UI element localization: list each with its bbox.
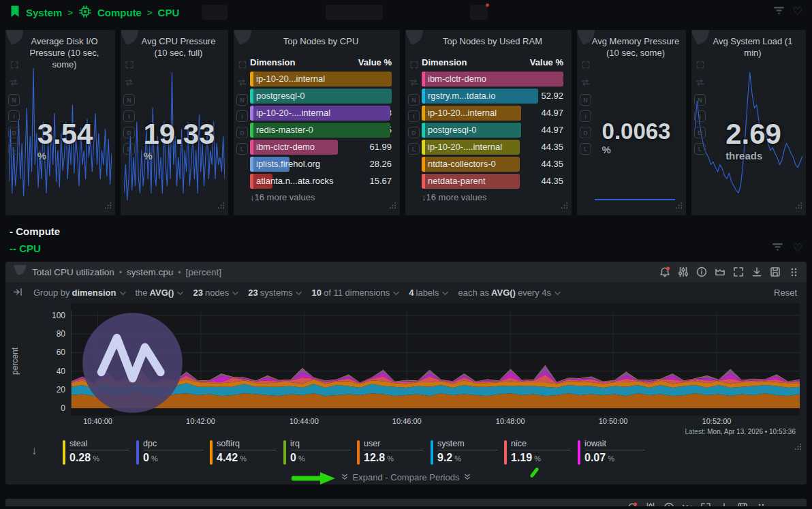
more-values-link[interactable]: ↓16 more values	[250, 192, 392, 202]
legend-item-dpc[interactable]: dpc0%	[136, 439, 210, 470]
expand-card-icon[interactable]	[696, 60, 705, 72]
save-icon[interactable]	[769, 266, 781, 278]
toolbar-dropdown[interactable]: the AVG()	[136, 288, 184, 298]
info-icon[interactable]	[663, 502, 675, 506]
chart-type-icon[interactable]	[714, 266, 726, 278]
legend-scroll-down-icon[interactable]: ↓	[31, 444, 37, 458]
info-icon[interactable]	[696, 266, 708, 278]
badge-n-icon[interactable]: N	[123, 94, 135, 106]
legend-item-steal[interactable]: steal0.28%	[63, 439, 136, 470]
table-row[interactable]: rgstry.m...tdata.io52.92	[422, 89, 563, 104]
plot-region[interactable]	[71, 303, 800, 416]
bell-icon[interactable]	[659, 266, 671, 278]
badge-l-icon[interactable]: L	[408, 143, 420, 155]
toolbar-dropdown[interactable]: 23 nodes	[193, 288, 238, 298]
badge-i-icon[interactable]: I	[694, 110, 706, 122]
card-table[interactable]: NIDLTop Nodes by CPUDimensionValue %ip-1…	[234, 30, 400, 215]
fullscreen-icon[interactable]	[700, 502, 712, 506]
card-table[interactable]: NIDLTop Nodes by Used RAMDimensionValue …	[405, 30, 572, 215]
badge-l-icon[interactable]: L	[694, 143, 706, 155]
table-row[interactable]: ip-10-20...internal44.97	[422, 106, 563, 121]
breadcrumb-cpu[interactable]: CPU	[158, 7, 180, 18]
toolbar-dropdown[interactable]: Group by dimension	[33, 288, 126, 298]
legend-item-irq[interactable]: irq0%	[283, 439, 357, 470]
badge-i-icon[interactable]: I	[408, 110, 420, 122]
legend-item-user[interactable]: user12.8%	[357, 439, 431, 470]
expand-card-icon[interactable]	[409, 60, 419, 72]
badge-d-icon[interactable]: D	[408, 127, 420, 138]
resize-handle-icon[interactable]	[794, 441, 802, 453]
fullscreen-icon[interactable]	[732, 266, 745, 278]
badge-i-icon[interactable]: I	[236, 110, 248, 122]
table-row[interactable]: postgresql-044.97	[422, 123, 563, 138]
table-row[interactable]: netdata-parent44.35	[422, 174, 563, 189]
swap-icon[interactable]	[9, 77, 19, 89]
badge-l-icon[interactable]: L	[236, 143, 248, 155]
badge-d-icon[interactable]: D	[580, 127, 591, 138]
filter-funnel-icon[interactable]	[772, 242, 783, 254]
badge-d-icon[interactable]: D	[8, 127, 20, 138]
table-row[interactable]: atlanta.n...ata.rocks15.67	[250, 174, 392, 189]
badge-l-icon[interactable]: L	[580, 143, 591, 155]
badge-n-icon[interactable]: N	[580, 94, 591, 106]
card-metric[interactable]: NIDLAverage Disk I/O Pressure (10 sec, s…	[5, 30, 115, 215]
badge-d-icon[interactable]: D	[123, 127, 135, 138]
table-row[interactable]: ip-10-20-....internal44.35	[422, 140, 563, 155]
filter-sliders-icon[interactable]	[677, 266, 689, 278]
legend-item-softirq[interactable]: softirq4.42%	[210, 439, 283, 470]
card-metric[interactable]: NIDLAvg Memory Pressure (10 sec, some)0.…	[577, 30, 686, 215]
topbar-ghost-button[interactable]	[326, 5, 383, 20]
badge-l-icon[interactable]: L	[8, 143, 20, 155]
card-metric[interactable]: NIDLAvg CPU Pressure (10 sec, full)19.33…	[121, 30, 228, 215]
drag-handle-icon[interactable]	[787, 266, 800, 278]
badge-i-icon[interactable]: I	[123, 110, 135, 122]
drag-handle-icon[interactable]	[755, 502, 767, 506]
toolbar-dropdown[interactable]: each as AVG() every 4s	[458, 288, 561, 298]
download-icon[interactable]	[718, 502, 730, 506]
table-row[interactable]: ibm-clctr-demo64.34	[422, 72, 563, 87]
download-icon[interactable]	[751, 266, 763, 278]
table-row[interactable]: redis-master-099.25	[250, 123, 392, 138]
toolbar-dropdown[interactable]: 4 labels	[409, 288, 448, 298]
section-cpu-label[interactable]: -- CPU	[10, 243, 41, 254]
table-row[interactable]: postgresql-0100.00	[250, 89, 392, 104]
swap-icon[interactable]	[237, 77, 247, 89]
badge-n-icon[interactable]: N	[694, 94, 706, 106]
filter-sliders-icon[interactable]	[644, 502, 657, 506]
badge-n-icon[interactable]: N	[408, 94, 420, 106]
resize-handle-icon[interactable]	[675, 200, 683, 212]
badge-d-icon[interactable]: D	[694, 127, 706, 138]
expand-card-icon[interactable]	[238, 60, 247, 72]
collapse-sidebar-icon[interactable]	[12, 286, 24, 300]
breadcrumb-compute[interactable]: Compute	[97, 7, 142, 18]
card-metric[interactable]: NIDLAvg System Load (1 min)2.69threads	[691, 30, 806, 215]
save-icon[interactable]	[736, 502, 749, 506]
anomaly-badge-icon[interactable]	[76, 307, 189, 419]
table-row[interactable]: ip-10-20-....internal99.38	[250, 106, 392, 121]
breadcrumb-system[interactable]: System	[26, 7, 62, 18]
table-row[interactable]: ntdta-collectors-044.35	[422, 157, 563, 172]
legend-item-iowait[interactable]: iowait0.07%	[578, 439, 651, 470]
favorite-heart-icon[interactable]: ♡	[793, 243, 802, 253]
toolbar-dropdown[interactable]: 23 systems	[248, 288, 302, 298]
legend-item-system[interactable]: system9.2%	[431, 439, 504, 470]
toolbar-dropdown[interactable]: 10 of 11 dimensions	[311, 288, 399, 298]
badge-l-icon[interactable]: L	[123, 143, 135, 155]
section-compute-label[interactable]: - Compute	[10, 226, 812, 237]
legend-item-nice[interactable]: nice1.19%	[504, 439, 578, 470]
swap-icon[interactable]	[580, 77, 591, 89]
expand-compare-button[interactable]: Expand - Compare Periods	[5, 470, 807, 484]
bell-icon[interactable]	[626, 502, 638, 506]
more-values-link[interactable]: ↓16 more values	[422, 192, 563, 202]
expand-card-icon[interactable]	[581, 60, 591, 72]
bookmark-icon[interactable]	[10, 5, 20, 20]
badge-n-icon[interactable]: N	[8, 94, 20, 106]
expand-card-icon[interactable]	[125, 60, 134, 72]
table-row[interactable]: ibm-clctr-demo61.99	[250, 140, 392, 155]
swap-icon[interactable]	[409, 77, 419, 89]
badge-d-icon[interactable]: D	[236, 127, 248, 138]
badge-i-icon[interactable]: I	[580, 110, 591, 122]
table-row[interactable]: iplists.firehol.org28.26	[250, 157, 392, 172]
swap-icon[interactable]	[124, 77, 134, 89]
topbar-ghost-button[interactable]	[202, 5, 228, 20]
